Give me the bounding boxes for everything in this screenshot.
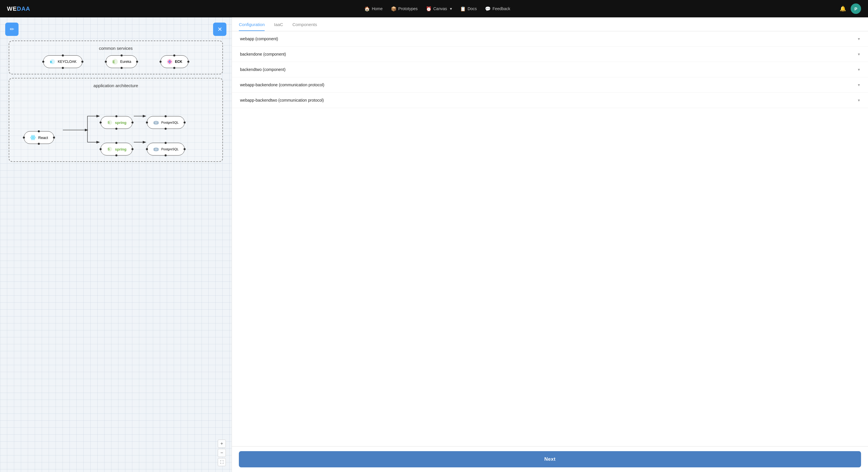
home-icon: 🏠 xyxy=(364,6,370,11)
keycloak-node[interactable]: K KEYCLOAK xyxy=(43,55,83,68)
eureka-dot-left xyxy=(105,61,107,63)
avatar[interactable]: P xyxy=(850,3,861,14)
keycloak-dot-bottom xyxy=(62,67,64,69)
react-dot-left xyxy=(23,137,25,139)
zoom-in-button[interactable]: + xyxy=(218,440,226,448)
keycloak-dot-top xyxy=(62,55,64,57)
nav-docs[interactable]: 📋 Docs xyxy=(460,6,477,11)
right-panel: Configuration IaaC Components webapp (co… xyxy=(231,18,868,472)
spring2-dot-bottom xyxy=(116,154,118,156)
notification-bell-icon[interactable]: 🔔 xyxy=(840,5,846,12)
nav-prototypes[interactable]: 📦 Prototypes xyxy=(391,6,418,11)
config-item-webapp-backendtwo-chevron-icon: ▾ xyxy=(858,98,860,102)
eureka-dot-bottom xyxy=(120,67,122,69)
tabs-header: Configuration IaaC Components xyxy=(232,18,868,31)
spring2-dot-right xyxy=(131,148,133,150)
canvas-area: ✏ ✕ common services xyxy=(0,18,231,472)
config-item-webapp-label: webapp (component) xyxy=(240,36,278,41)
spring1-dot-left xyxy=(100,122,102,124)
nav-canvas[interactable]: ⏰ Canvas ▾ xyxy=(426,6,452,11)
tab-components[interactable]: Components xyxy=(292,22,317,31)
app-arch-label: application architecture xyxy=(15,83,217,88)
config-item-webapp-backendone-label: webapp-backendone (communication protoco… xyxy=(240,83,324,87)
app-arch-nodes: React S sprin xyxy=(15,93,217,159)
nav-home[interactable]: 🏠 Home xyxy=(364,6,382,11)
keycloak-label: KEYCLOAK xyxy=(58,60,76,64)
spring1-label: spring xyxy=(115,121,126,125)
config-item-backendtwo-chevron-icon: ▾ xyxy=(858,67,860,72)
config-item-webapp-backendtwo-label: webapp-backendtwo (communication protoco… xyxy=(240,98,324,102)
zoom-out-button[interactable]: − xyxy=(218,449,226,457)
spring1-dot-right xyxy=(131,122,133,124)
spring1-dot-bottom xyxy=(116,128,118,130)
canvas-icon: ⏰ xyxy=(426,6,432,11)
postgres1-dot-right xyxy=(184,122,186,124)
config-item-webapp[interactable]: webapp (component) ▾ xyxy=(232,31,868,46)
eureka-dot-top xyxy=(120,55,122,57)
svg-point-26 xyxy=(154,150,158,152)
config-item-webapp-backendtwo[interactable]: webapp-backendtwo (communication protoco… xyxy=(232,93,868,108)
edit-button[interactable]: ✏ xyxy=(5,23,19,36)
postgres2-dot-top xyxy=(165,142,167,144)
config-item-webapp-backendone-chevron-icon: ▾ xyxy=(858,83,860,87)
config-item-backendone-chevron-icon: ▾ xyxy=(858,52,860,57)
close-button[interactable]: ✕ xyxy=(213,23,226,36)
postgres2-dot-left xyxy=(146,148,148,150)
nav-feedback[interactable]: 💬 Feedback xyxy=(485,6,510,11)
config-item-webapp-backendone[interactable]: webapp-backendone (communication protoco… xyxy=(232,77,868,93)
postgres1-label: PostgreSQL xyxy=(161,121,179,124)
feedback-icon: 💬 xyxy=(485,6,491,11)
svg-point-16 xyxy=(32,137,34,138)
spring1-node[interactable]: S spring xyxy=(100,116,133,129)
common-services-nodes: K KEYCLOAK E xyxy=(15,55,217,68)
app-arch-section: application architecture xyxy=(9,78,223,162)
canvas-chevron-icon: ▾ xyxy=(450,6,452,11)
common-services-label: common services xyxy=(15,46,217,51)
close-icon: ✕ xyxy=(217,26,222,33)
spring1-dot-top xyxy=(116,115,118,117)
next-button[interactable]: Next xyxy=(239,451,861,467)
nav-right: 🔔 P xyxy=(840,3,861,14)
tab-configuration[interactable]: Configuration xyxy=(239,22,265,31)
eureka-node[interactable]: E Eureka xyxy=(106,55,137,68)
diagram-container: common services K xyxy=(6,40,226,454)
postgres2-node[interactable]: PostgreSQL xyxy=(147,143,185,156)
postgres1-node[interactable]: PostgreSQL xyxy=(147,116,185,129)
main-layout: ✏ ✕ common services xyxy=(0,18,868,472)
common-services-section: common services K xyxy=(9,40,223,74)
postgres1-icon xyxy=(153,119,159,126)
tab-iaac[interactable]: IaaC xyxy=(274,22,283,31)
config-item-backendone-label: backendone (component) xyxy=(240,52,286,57)
svg-text:S: S xyxy=(108,148,110,151)
postgres1-dot-top xyxy=(165,115,167,117)
keycloak-dot-right xyxy=(81,61,83,63)
nav-items: 🏠 Home 📦 Prototypes ⏰ Canvas ▾ 📋 Docs 💬 … xyxy=(44,6,830,11)
postgres2-icon xyxy=(153,146,159,152)
eureka-label: Eureka xyxy=(120,60,131,64)
eck-label: ECK xyxy=(175,60,182,64)
eck-node[interactable]: ECK xyxy=(160,55,188,68)
react-node[interactable]: React xyxy=(24,131,54,144)
react-dot-right xyxy=(53,137,55,139)
keycloak-icon: K xyxy=(49,59,56,65)
spring2-label: spring xyxy=(115,147,126,152)
panel-content: webapp (component) ▾ backendone (compone… xyxy=(232,31,868,446)
zoom-controls: + − ⛶ xyxy=(218,440,226,466)
react-dot-top xyxy=(38,130,40,132)
config-item-webapp-chevron-icon: ▾ xyxy=(858,36,860,41)
eck-icon xyxy=(166,59,173,65)
svg-text:S: S xyxy=(108,121,110,124)
config-item-backendtwo[interactable]: backendtwo (component) ▾ xyxy=(232,62,868,77)
eureka-dot-right xyxy=(136,61,138,63)
edit-icon: ✏ xyxy=(10,26,14,32)
zoom-fit-button[interactable]: ⛶ xyxy=(218,458,226,466)
eck-dot-bottom xyxy=(174,67,176,69)
postgres1-dot-left xyxy=(146,122,148,124)
config-item-backendone[interactable]: backendone (component) ▾ xyxy=(232,46,868,62)
logo: WEDAA xyxy=(7,5,30,12)
config-item-backendtwo-label: backendtwo (component) xyxy=(240,67,285,72)
spring2-node[interactable]: S spring xyxy=(100,143,133,156)
svg-text:K: K xyxy=(50,60,53,64)
postgres2-label: PostgreSQL xyxy=(161,147,179,151)
docs-icon: 📋 xyxy=(460,6,466,11)
